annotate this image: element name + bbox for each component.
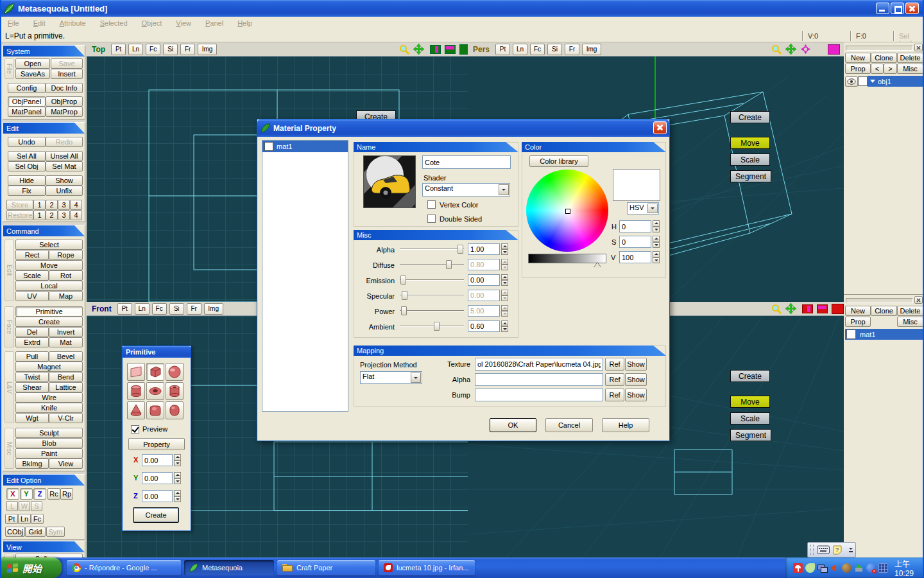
primitive-roundcube-button[interactable] bbox=[146, 401, 164, 419]
val-input[interactable] bbox=[619, 251, 651, 263]
specular-spin-up[interactable] bbox=[501, 290, 508, 295]
updater-tray-icon[interactable] bbox=[854, 563, 864, 573]
select-button[interactable]: Select bbox=[15, 240, 83, 250]
visibility-eye-icon[interactable] bbox=[845, 76, 858, 87]
brightness-bar[interactable] bbox=[528, 254, 606, 263]
wire-button[interactable]: Wire bbox=[15, 392, 83, 403]
shear-button[interactable]: Shear bbox=[15, 382, 49, 392]
top-view-split-icon[interactable] bbox=[445, 45, 456, 54]
hue-spinner[interactable] bbox=[653, 220, 660, 232]
material-row-checkbox[interactable] bbox=[264, 142, 273, 151]
texture-show-button[interactable]: Show bbox=[625, 358, 647, 371]
insert-button[interactable]: Insert bbox=[51, 69, 83, 79]
menu-help[interactable]: Help bbox=[237, 19, 252, 27]
primitive-dialog-titlebar[interactable]: Primitive bbox=[123, 346, 191, 358]
primitive-plane-button[interactable] bbox=[127, 363, 145, 381]
pt-toggle[interactable]: Pt bbox=[5, 514, 18, 524]
unsel-all-button[interactable]: Unsel All bbox=[46, 151, 83, 161]
x-spin-down[interactable] bbox=[174, 460, 181, 467]
bkimg-button[interactable]: BkImg bbox=[15, 459, 49, 469]
x-input[interactable] bbox=[142, 454, 173, 466]
sat-spin-down[interactable] bbox=[653, 242, 660, 249]
top-pan-icon[interactable] bbox=[413, 44, 425, 55]
l-toggle[interactable]: L bbox=[6, 501, 18, 511]
store-slot-2[interactable]: 2 bbox=[46, 200, 58, 210]
front-mode-img[interactable]: Img bbox=[204, 303, 223, 315]
texture-input[interactable] bbox=[475, 358, 603, 371]
menu-edit[interactable]: Edit bbox=[33, 19, 46, 27]
front-mode-ln[interactable]: Ln bbox=[135, 303, 150, 315]
property-button[interactable]: Property bbox=[128, 438, 185, 450]
alpha-spinner[interactable] bbox=[501, 243, 508, 255]
obj-misc-button[interactable]: Misc bbox=[897, 64, 923, 74]
alpha-input[interactable] bbox=[468, 243, 500, 255]
obj-new-button[interactable]: New bbox=[845, 53, 871, 63]
pers-move-button[interactable]: Move bbox=[730, 137, 770, 149]
menu-panel[interactable]: Panel bbox=[205, 19, 223, 27]
br-view-full-icon[interactable] bbox=[832, 304, 844, 314]
x-spinner[interactable] bbox=[174, 454, 181, 466]
object-panel-close-icon[interactable] bbox=[914, 44, 923, 51]
rp-toggle[interactable]: Rp bbox=[60, 488, 73, 500]
objpanel-button[interactable]: ObjPanel bbox=[8, 96, 46, 107]
bumpmap-input[interactable] bbox=[475, 389, 603, 401]
y-spin-up[interactable] bbox=[174, 472, 181, 478]
show-button[interactable]: Show bbox=[46, 175, 83, 186]
bumpmap-show-button[interactable]: Show bbox=[625, 389, 647, 401]
top-mode-si[interactable]: Si bbox=[163, 44, 178, 55]
pers-create-button[interactable]: Create bbox=[730, 111, 770, 123]
mat-clone-button[interactable]: Clone bbox=[871, 306, 897, 316]
pers-mode-pt[interactable]: Pt bbox=[495, 44, 510, 55]
br-segment-button[interactable]: Segment bbox=[730, 429, 771, 441]
pers-mode-ln[interactable]: Ln bbox=[513, 44, 527, 55]
store-slot-4[interactable]: 4 bbox=[70, 200, 82, 210]
material-panel-close-icon[interactable] bbox=[914, 296, 923, 304]
sat-input[interactable] bbox=[619, 236, 651, 248]
top-view-single-icon[interactable] bbox=[430, 45, 441, 54]
antivirus-tray-icon[interactable] bbox=[793, 563, 803, 573]
material-swatch[interactable] bbox=[846, 329, 856, 339]
sel-obj-button[interactable]: Sel Obj bbox=[8, 161, 46, 171]
menu-selected[interactable]: Selected bbox=[100, 19, 128, 27]
rope-button[interactable]: Rope bbox=[49, 250, 83, 260]
object-panel-grip[interactable] bbox=[846, 46, 913, 51]
paint-button[interactable]: Paint bbox=[15, 448, 83, 459]
uv-button[interactable]: UV bbox=[15, 291, 49, 301]
map-button[interactable]: Map bbox=[49, 291, 83, 301]
start-button[interactable]: 開始 bbox=[1, 557, 62, 578]
primitive-capsule-button[interactable] bbox=[166, 401, 184, 419]
cobj-toggle[interactable]: CObj bbox=[5, 527, 25, 537]
pers-mode-fc[interactable]: Fc bbox=[530, 44, 545, 55]
z-input[interactable] bbox=[142, 490, 173, 502]
task-folder[interactable]: Craft Paper bbox=[277, 560, 375, 575]
color-mode-dropdown[interactable]: HSV bbox=[627, 202, 659, 215]
alpha-slider[interactable] bbox=[400, 245, 464, 254]
primitive-create-button[interactable]: Create bbox=[133, 507, 179, 523]
texture-ref-button[interactable]: Ref bbox=[605, 358, 624, 371]
diffuse-spinner[interactable] bbox=[501, 259, 508, 270]
hue-spin-down[interactable] bbox=[653, 227, 660, 233]
power-spin-up[interactable] bbox=[501, 305, 508, 311]
br-scale-button[interactable]: Scale bbox=[730, 412, 770, 425]
front-mode-fc[interactable]: Fc bbox=[152, 303, 167, 315]
menu-attribute[interactable]: Attribute bbox=[60, 19, 86, 27]
ambient-spinner[interactable] bbox=[501, 320, 508, 332]
top-mode-fr[interactable]: Fr bbox=[180, 44, 195, 55]
mat-delete-button[interactable]: Delete bbox=[897, 306, 923, 316]
diffuse-input[interactable] bbox=[468, 259, 500, 270]
power-input[interactable] bbox=[468, 305, 500, 317]
volume-tray-icon[interactable] bbox=[842, 563, 851, 573]
material-name-input[interactable] bbox=[422, 155, 511, 169]
power-spinner[interactable] bbox=[501, 305, 508, 317]
rc-toggle[interactable]: Rc bbox=[47, 488, 60, 500]
restore-button[interactable]: Restore bbox=[6, 210, 33, 220]
specular-spinner[interactable] bbox=[501, 290, 508, 301]
br-view-single-icon[interactable] bbox=[802, 304, 813, 313]
task-chrome[interactable]: - Répondre - Google ... bbox=[67, 560, 181, 575]
emission-spinner[interactable] bbox=[501, 274, 508, 286]
grid-toggle[interactable]: Grid bbox=[25, 527, 46, 537]
axis-y-toggle[interactable]: Y bbox=[20, 488, 33, 500]
obj-delete-button[interactable]: Delete bbox=[897, 53, 923, 63]
command-tab-lv[interactable]: L&V bbox=[4, 351, 14, 423]
command-tab-edit[interactable]: Edit bbox=[4, 240, 14, 301]
